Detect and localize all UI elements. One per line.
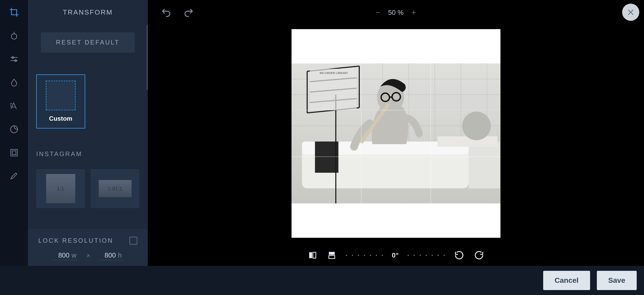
svg-rect-45 xyxy=(292,63,500,203)
height-unit: h xyxy=(118,251,122,259)
crop-stage[interactable]: RECORDER LIBRARY xyxy=(292,29,500,238)
cancel-button[interactable]: Cancel xyxy=(543,271,590,290)
text-tool-icon[interactable] xyxy=(8,100,20,112)
preset-custom[interactable]: Custom xyxy=(36,74,85,129)
rotate-ccw-button[interactable] xyxy=(454,250,465,261)
footer: Cancel Save xyxy=(0,266,644,295)
rotate-ticks-left[interactable] xyxy=(346,255,383,256)
canvas-top-bar: − 50 % + xyxy=(148,0,644,25)
instagram-preset-wide[interactable]: 1.91:1 xyxy=(91,169,139,208)
svg-rect-48 xyxy=(329,252,335,255)
panel-title: TRANSFORM xyxy=(28,0,148,25)
undo-button[interactable] xyxy=(160,7,172,18)
height-field[interactable]: h xyxy=(99,251,123,260)
exposure-tool-icon[interactable] xyxy=(8,30,20,41)
rotate-cw-button[interactable] xyxy=(474,250,485,261)
zoom-out-button[interactable]: − xyxy=(376,8,380,17)
save-button[interactable]: Save xyxy=(597,271,637,290)
instagram-preset-wide-label: 1.91:1 xyxy=(99,180,132,197)
rotate-bar: 0° xyxy=(307,250,485,261)
svg-rect-10 xyxy=(11,149,17,156)
lock-resolution-bar: LOCK RESOLUTION w × h xyxy=(28,229,148,266)
redo-button[interactable] xyxy=(183,7,195,18)
flip-horizontal-button[interactable] xyxy=(307,250,318,260)
tool-rail xyxy=(0,0,28,295)
svg-rect-49 xyxy=(329,255,335,258)
svg-point-0 xyxy=(11,34,17,39)
rotation-value: 0° xyxy=(392,251,399,259)
instagram-section-title: INSTAGRAM xyxy=(36,150,139,158)
close-button[interactable] xyxy=(622,4,639,21)
svg-rect-46 xyxy=(309,252,312,258)
zoom-in-button[interactable]: + xyxy=(411,8,416,17)
image-preview: RECORDER LIBRARY xyxy=(292,63,500,203)
width-unit: w xyxy=(72,251,77,259)
preset-custom-label: Custom xyxy=(49,115,72,122)
lock-resolution-title: LOCK RESOLUTION xyxy=(38,237,113,244)
width-field[interactable]: w xyxy=(53,251,78,260)
width-input[interactable] xyxy=(54,251,70,259)
reset-default-button[interactable]: RESET DEFAULT xyxy=(41,32,135,53)
instagram-preset-square-label: 1:1 xyxy=(46,174,75,203)
adjust-sliders-icon[interactable] xyxy=(8,53,20,65)
rotate-ticks-right[interactable] xyxy=(408,255,445,256)
crop-tool-icon[interactable] xyxy=(8,7,20,18)
canvas-area: − 50 % + xyxy=(148,0,644,266)
frame-tool-icon[interactable] xyxy=(8,147,20,158)
lock-resolution-checkbox[interactable] xyxy=(129,237,137,245)
zoom-controls: − 50 % + xyxy=(376,8,416,17)
svg-rect-47 xyxy=(313,252,315,258)
brush-tool-icon[interactable] xyxy=(8,170,20,182)
droplet-tool-icon[interactable] xyxy=(8,77,20,88)
svg-rect-11 xyxy=(12,151,16,155)
instagram-preset-square[interactable]: 1:1 xyxy=(36,169,85,208)
preset-custom-glyph xyxy=(46,81,76,110)
flip-vertical-button[interactable] xyxy=(326,250,337,260)
zoom-value: 50 % xyxy=(388,9,404,17)
height-input[interactable] xyxy=(100,251,116,259)
sticker-tool-icon[interactable] xyxy=(8,124,20,135)
dimension-separator: × xyxy=(86,252,90,260)
